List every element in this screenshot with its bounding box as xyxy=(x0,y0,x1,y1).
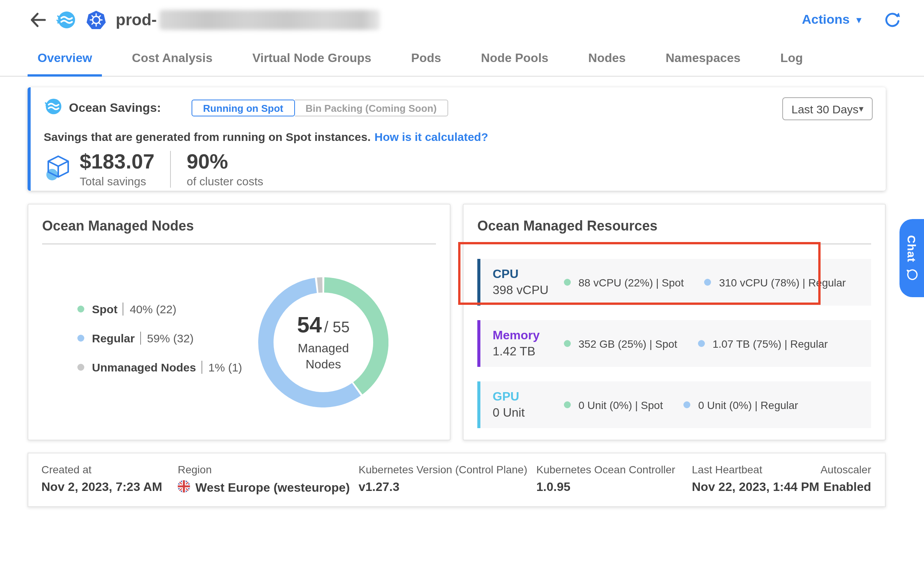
legend-item-spot: Spot 40% (22) xyxy=(77,303,242,316)
tab-cost-analysis[interactable]: Cost Analysis xyxy=(122,40,222,76)
spot-dot-icon xyxy=(564,279,571,286)
divider xyxy=(202,361,202,374)
ocean-savings-banner: Ocean Savings: Running on Spot Bin Packi… xyxy=(28,87,886,191)
resource-row-gpu: GPU 0 Unit 0 Unit (0%) | Spot 0 Unit (0%… xyxy=(477,381,871,428)
how-calculated-link[interactable]: How is it calculated? xyxy=(375,130,488,143)
tab-virtual-node-groups[interactable]: Virtual Node Groups xyxy=(242,40,382,76)
unmanaged-dot-icon xyxy=(77,364,84,371)
cpu-regular-stat: 310 vCPU (78%) | Regular xyxy=(704,276,846,288)
tab-nodes[interactable]: Nodes xyxy=(578,40,636,76)
managed-nodes-title: Ocean Managed Nodes xyxy=(42,218,436,234)
ocean-waves-icon xyxy=(56,10,76,30)
cluster-name-prefix: prod- xyxy=(116,11,157,29)
kubernetes-icon xyxy=(86,10,106,30)
ocean-savings-icon xyxy=(44,97,62,119)
kubernetes-version: Kubernetes Version (Control Plane) v1.27… xyxy=(359,463,536,506)
cluster-cost-percent-label: of cluster costs xyxy=(187,175,263,188)
ocean-controller-version: Kubernetes Ocean Controller 1.0.95 xyxy=(536,463,692,506)
uk-flag-icon xyxy=(178,480,190,496)
managed-nodes-donut-chart: 54 / 55 Managed Nodes xyxy=(258,277,388,407)
regular-dot-icon xyxy=(77,335,84,342)
created-at: Created at Nov 2, 2023, 7:23 AM xyxy=(41,463,178,506)
managed-resources-title: Ocean Managed Resources xyxy=(477,218,871,234)
cluster-name: prod- xyxy=(116,10,380,30)
speech-bubble-icon xyxy=(905,268,918,281)
ocean-managed-resources-card: Ocean Managed Resources CPU 398 vCPU 88 … xyxy=(463,204,886,440)
divider xyxy=(477,244,871,244)
legend-item-regular: Regular 59% (32) xyxy=(77,332,242,345)
autoscaler-status-value: Enabled xyxy=(824,480,871,494)
tab-bar: Overview Cost Analysis Virtual Node Grou… xyxy=(0,40,924,77)
memory-regular-stat: 1.07 TB (75%) | Regular xyxy=(698,337,828,350)
period-value: Last 30 Days xyxy=(791,102,858,115)
toggle-running-on-spot[interactable]: Running on Spot xyxy=(192,100,295,116)
gpu-spot-stat: 0 Unit (0%) | Spot xyxy=(564,399,663,411)
divider xyxy=(140,332,141,345)
resource-row-cpu: CPU 398 vCPU 88 vCPU (22%) | Spot 310 vC… xyxy=(477,259,871,306)
chat-label: Chat xyxy=(905,235,918,262)
region: Region West Europe (westeurope) xyxy=(178,463,359,506)
page: prod- Actions ▾ Overview Cost Analysis V… xyxy=(0,0,924,566)
tab-overview[interactable]: Overview xyxy=(28,40,102,76)
last-heartbeat: Last Heartbeat Nov 22, 2023, 1:44 PM xyxy=(692,463,821,506)
regular-dot-icon xyxy=(684,401,691,408)
cluster-info-bar: Created at Nov 2, 2023, 7:23 AM Region xyxy=(28,453,886,507)
regular-dot-icon xyxy=(698,340,705,347)
nodes-legend: Spot 40% (22) Regular 59% (32) Unmanaged… xyxy=(77,303,242,390)
spot-dot-icon xyxy=(564,340,571,347)
autoscaler-status: Autoscaler Enabled xyxy=(821,463,871,506)
savings-toggle: Running on Spot Bin Packing (Coming Soon… xyxy=(192,100,448,116)
divider xyxy=(42,244,436,244)
actions-button[interactable]: Actions ▾ xyxy=(802,12,861,28)
resource-row-memory: Memory 1.42 TB 352 GB (25%) | Spot 1.07 … xyxy=(477,320,871,367)
chevron-down-icon: ▾ xyxy=(857,15,861,25)
total-savings-value: $183.07 xyxy=(80,151,154,173)
spot-dot-icon xyxy=(564,401,571,408)
managed-count: 54 xyxy=(297,312,322,337)
header: prod- Actions ▾ xyxy=(0,0,924,40)
total-savings-label: Total savings xyxy=(80,175,154,188)
actions-label: Actions xyxy=(802,12,850,28)
cluster-cost-percent-value: 90% xyxy=(187,151,263,173)
back-arrow-icon[interactable] xyxy=(28,11,46,29)
tab-log[interactable]: Log xyxy=(770,40,813,76)
gpu-regular-stat: 0 Unit (0%) | Regular xyxy=(684,399,798,411)
toggle-bin-packing[interactable]: Bin Packing (Coming Soon) xyxy=(295,100,448,116)
ocean-managed-nodes-card: Ocean Managed Nodes Spot 40% (22) Regula… xyxy=(28,204,451,440)
divider xyxy=(170,151,170,188)
legend-item-unmanaged: Unmanaged Nodes 1% (1) xyxy=(77,361,242,374)
tab-node-pools[interactable]: Node Pools xyxy=(471,40,559,76)
tab-pods[interactable]: Pods xyxy=(401,40,451,76)
chat-button[interactable]: Chat xyxy=(899,219,924,297)
ocean-savings-label: Ocean Savings: xyxy=(69,101,161,115)
regular-dot-icon xyxy=(704,279,711,286)
tab-namespaces[interactable]: Namespaces xyxy=(655,40,750,76)
donut-caption: Managed Nodes xyxy=(283,340,363,372)
divider xyxy=(123,303,124,316)
refresh-icon[interactable] xyxy=(884,11,901,28)
chevron-down-icon: ▾ xyxy=(859,104,863,113)
memory-spot-stat: 352 GB (25%) | Spot xyxy=(564,337,677,350)
spot-dot-icon xyxy=(77,306,84,312)
redacted-cluster-name xyxy=(159,10,380,30)
period-dropdown[interactable]: Last 30 Days ▾ xyxy=(782,97,873,120)
total-count: / 55 xyxy=(324,318,350,336)
savings-description: Savings that are generated from running … xyxy=(44,130,873,143)
cpu-spot-stat: 88 vCPU (22%) | Spot xyxy=(564,276,684,288)
savings-cube-icon xyxy=(44,154,73,185)
